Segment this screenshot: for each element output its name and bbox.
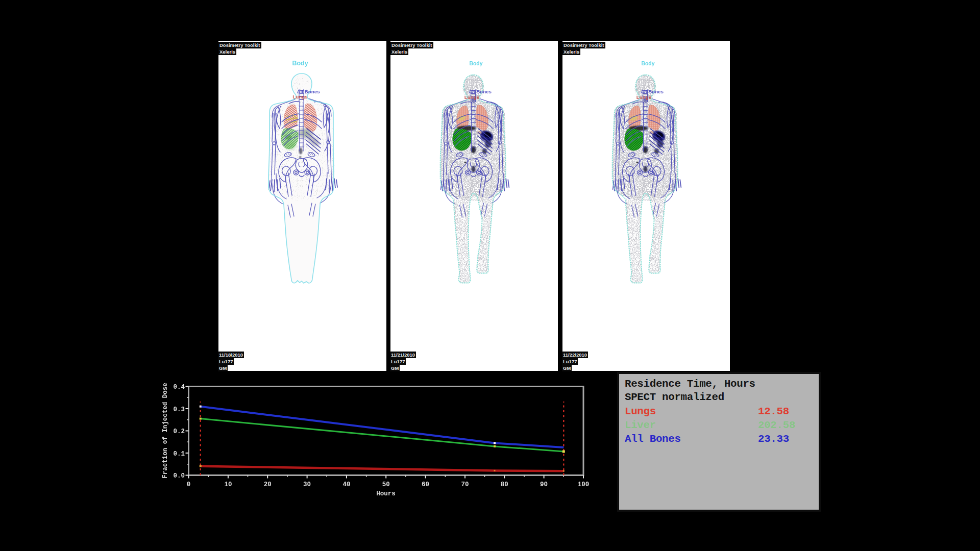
svg-text:50: 50 xyxy=(382,481,390,488)
svg-text:Hours: Hours xyxy=(376,490,396,497)
svg-text:100: 100 xyxy=(578,481,590,488)
svg-text:Fraction of Injected Dose: Fraction of Injected Dose xyxy=(162,383,169,479)
svg-text:0.3: 0.3 xyxy=(173,406,185,413)
svg-text:0.4: 0.4 xyxy=(173,384,185,391)
svg-text:All Bones: All Bones xyxy=(297,89,320,94)
svg-text:40: 40 xyxy=(342,481,350,488)
svg-text:Body: Body xyxy=(641,61,654,66)
svg-text:0: 0 xyxy=(187,481,191,488)
svg-text:Body: Body xyxy=(469,61,482,66)
svg-text:80: 80 xyxy=(501,481,508,488)
svg-text:Lungs: Lungs xyxy=(464,94,480,100)
svg-text:Lungs: Lungs xyxy=(636,94,652,100)
svg-text:90: 90 xyxy=(540,481,548,488)
svg-text:30: 30 xyxy=(303,481,311,488)
svg-text:0.1: 0.1 xyxy=(173,450,185,458)
svg-text:0.0: 0.0 xyxy=(173,472,185,480)
svg-text:All Bones: All Bones xyxy=(469,89,492,94)
svg-text:All Bones: All Bones xyxy=(641,89,664,94)
svg-text:10: 10 xyxy=(224,481,232,488)
svg-text:70: 70 xyxy=(461,481,469,488)
svg-text:20: 20 xyxy=(264,481,272,488)
svg-text:Body: Body xyxy=(292,60,308,67)
svg-text:60: 60 xyxy=(422,481,429,488)
svg-text:Lungs: Lungs xyxy=(292,94,308,99)
svg-text:0.2: 0.2 xyxy=(173,428,185,435)
